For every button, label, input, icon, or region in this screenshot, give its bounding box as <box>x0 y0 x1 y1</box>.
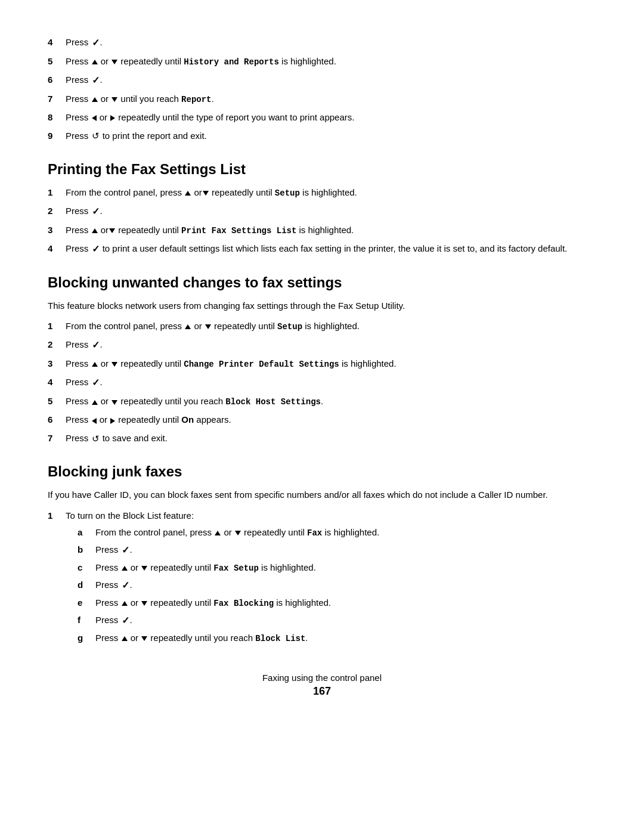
arrow-left-icon <box>92 115 97 121</box>
arrow-up-icon <box>122 636 128 641</box>
arrow-up-icon <box>92 228 98 233</box>
step-number: 8 <box>48 111 66 125</box>
arrow-up-icon <box>185 191 191 196</box>
step-letter: c <box>78 561 95 575</box>
menu-item: Fax Setup <box>213 563 259 573</box>
step-number: 1 <box>48 320 66 333</box>
step-4: 4 Press ✓. <box>48 36 596 50</box>
step-number: 2 <box>48 205 66 218</box>
step-number: 7 <box>48 92 66 106</box>
back-icon: ↺ <box>92 432 100 446</box>
bu-step-2: 2 Press ✓. <box>48 338 596 352</box>
check-icon: ✓ <box>122 578 129 593</box>
step-letter: g <box>78 631 95 645</box>
menu-item: Block List <box>255 634 305 643</box>
check-icon: ✓ <box>92 376 100 390</box>
bu-step-5: 5 Press or repeatedly until you reach Bl… <box>48 395 596 408</box>
step-content: Press or repeatedly until History and Re… <box>66 55 596 69</box>
step-content: Press ✓. <box>66 338 596 352</box>
arrow-up-icon <box>122 601 128 606</box>
arrow-right-icon <box>110 418 115 424</box>
check-icon: ✓ <box>92 36 100 50</box>
arrow-up-icon <box>92 362 98 367</box>
arrow-down-icon <box>203 191 209 196</box>
arrow-down-icon <box>112 362 117 367</box>
arrow-up-icon <box>122 566 128 571</box>
arrow-down-icon <box>141 601 147 606</box>
arrow-up-icon <box>185 324 191 329</box>
step-content: Press or repeatedly until Change Printer… <box>66 357 596 371</box>
step-content: From the control panel, press or repeate… <box>66 186 596 200</box>
step-content: Press or repeatedly until you reach Bloc… <box>66 395 596 408</box>
step-content: Press or repeatedly until Print Fax Sett… <box>66 224 596 237</box>
step-number: 3 <box>48 224 66 237</box>
step-letter: f <box>78 614 95 627</box>
step-9: 9 Press ↺ to print the report and exit. <box>48 129 596 143</box>
arrow-down-icon <box>141 566 147 571</box>
step-content: From the control panel, press or repeate… <box>95 526 596 540</box>
substep-g: g Press or repeatedly until you reach Bl… <box>66 631 596 645</box>
step-letter: e <box>78 596 95 610</box>
substep-a: a From the control panel, press or repea… <box>66 526 596 540</box>
step-number: 5 <box>48 55 66 69</box>
back-icon: ↺ <box>92 129 100 143</box>
bu-step-3: 3 Press or repeatedly until Change Print… <box>48 357 596 371</box>
step-8: 8 Press or repeatedly until the type of … <box>48 111 596 125</box>
section-title-printing: Printing the Fax Settings List <box>48 161 596 178</box>
print-step-1: 1 From the control panel, press or repea… <box>48 186 596 200</box>
menu-item: Print Fax Settings List <box>181 226 296 236</box>
section-title-blocking-unwanted: Blocking unwanted changes to fax setting… <box>48 274 596 291</box>
check-icon: ✓ <box>92 73 100 88</box>
menu-item: Report <box>181 95 211 104</box>
step-content: From the control panel, press or repeate… <box>66 320 596 333</box>
menu-item: On <box>181 414 194 425</box>
step-7: 7 Press or until you reach Report. <box>48 92 596 106</box>
step-number: 6 <box>48 73 66 87</box>
arrow-down-icon <box>112 60 117 64</box>
arrow-up-icon <box>215 531 221 535</box>
bu-step-7: 7 Press ↺ to save and exit. <box>48 432 596 445</box>
step-6: 6 Press ✓. <box>48 73 596 88</box>
footer-label: Faxing using the control panel <box>48 673 596 683</box>
footer: Faxing using the control panel 167 <box>48 673 596 698</box>
step-letter: d <box>78 578 95 592</box>
step-number: 2 <box>48 338 66 352</box>
step-number: 7 <box>48 432 66 445</box>
step-number: 6 <box>48 413 66 427</box>
substep-c: c Press or repeatedly until Fax Setup is… <box>66 561 596 575</box>
step-content: Press ✓. <box>66 73 596 88</box>
arrow-down-icon <box>112 400 117 405</box>
step-number: 1 <box>48 509 66 523</box>
print-step-3: 3 Press or repeatedly until Print Fax Se… <box>48 224 596 237</box>
step-content: Press ✓. <box>95 578 596 593</box>
arrow-left-icon <box>92 418 97 424</box>
step-number: 5 <box>48 395 66 408</box>
blocking-unwanted-steps-list: 1 From the control panel, press or repea… <box>48 320 596 445</box>
step-content: Press or repeatedly until Fax Setup is h… <box>95 561 596 575</box>
printing-steps-list: 1 From the control panel, press or repea… <box>48 186 596 256</box>
substep-b: b Press ✓. <box>66 543 596 558</box>
footer-page: 167 <box>48 685 596 698</box>
step-content: Press or until you reach Report. <box>66 92 596 106</box>
check-icon: ✓ <box>92 338 100 352</box>
step-content: Press ✓ to print a user default settings… <box>66 242 596 256</box>
substep-d: d Press ✓. <box>66 578 596 593</box>
menu-item: Setup <box>275 188 300 198</box>
step-content: Press ↺ to print the report and exit. <box>66 129 596 143</box>
step-content: Press or repeatedly until Fax Blocking i… <box>95 596 596 610</box>
step-content: Press or repeatedly until you reach Bloc… <box>95 631 596 645</box>
arrow-down-icon <box>141 636 147 641</box>
step-content: Press ✓. <box>66 36 596 50</box>
substeps-list: a From the control panel, press or repea… <box>66 526 596 645</box>
arrow-down-icon <box>112 97 117 102</box>
step-content: Press ✓. <box>95 614 596 628</box>
step-content: Press ↺ to save and exit. <box>66 432 596 445</box>
step-content: Press or repeatedly until On appears. <box>66 413 596 427</box>
blocking-unwanted-intro: This feature blocks network users from c… <box>48 299 596 313</box>
check-icon: ✓ <box>92 205 100 219</box>
bu-step-6: 6 Press or repeatedly until On appears. <box>48 413 596 427</box>
print-step-2: 2 Press ✓. <box>48 205 596 219</box>
step-letter: b <box>78 543 95 557</box>
arrow-right-icon <box>110 115 115 121</box>
check-icon: ✓ <box>122 614 129 628</box>
